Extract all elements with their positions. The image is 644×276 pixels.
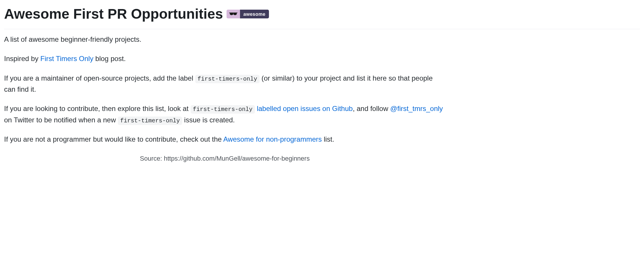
svg-point-1 bbox=[233, 13, 237, 15]
contribute-prefix: If you are looking to contribute, then e… bbox=[4, 105, 191, 112]
sunglasses-icon bbox=[227, 10, 240, 18]
awesome-non-programmers-link[interactable]: Awesome for non-programmers bbox=[223, 135, 322, 143]
badge-label: awesome bbox=[240, 10, 269, 18]
maintainers-prefix: If you are a maintainer of open-source p… bbox=[4, 74, 195, 82]
first-timers-only-link[interactable]: First Timers Only bbox=[40, 55, 93, 63]
awesome-badge[interactable]: awesome bbox=[227, 10, 269, 18]
source-line: Source: https://github.com/MunGell/aweso… bbox=[4, 153, 446, 164]
contribute-suffix: issue is created. bbox=[182, 116, 235, 124]
first-timers-only-code: first-timers-only bbox=[195, 75, 260, 83]
first-timers-only-code-2: first-timers-only bbox=[191, 105, 255, 114]
maintainers-paragraph: If you are a maintainer of open-source p… bbox=[4, 73, 446, 95]
labelled-open-issues-link[interactable]: labelled open issues on Github bbox=[255, 105, 353, 112]
inspired-paragraph: Inspired by First Timers Only blog post. bbox=[4, 53, 446, 64]
first-timers-only-code-3: first-timers-only bbox=[118, 117, 182, 125]
inspired-prefix: Inspired by bbox=[4, 55, 40, 63]
contribute-mid2: on Twitter to be notified when a new bbox=[4, 116, 118, 124]
contribute-paragraph: If you are looking to contribute, then e… bbox=[4, 103, 446, 126]
nonprog-suffix: list. bbox=[322, 135, 334, 143]
first-tmrs-only-twitter-link[interactable]: @first_tmrs_only bbox=[390, 105, 443, 112]
nonprog-prefix: If you are not a programmer but would li… bbox=[4, 135, 223, 143]
page-title: Awesome First PR Opportunities awesome bbox=[4, 3, 640, 29]
intro-paragraph: A list of awesome beginner-friendly proj… bbox=[4, 34, 446, 45]
inspired-suffix: blog post. bbox=[93, 55, 126, 63]
svg-point-0 bbox=[230, 13, 233, 15]
title-text: Awesome First PR Opportunities bbox=[4, 3, 223, 25]
nonprogrammers-paragraph: If you are not a programmer but would li… bbox=[4, 134, 446, 145]
contribute-mid1: , and follow bbox=[353, 105, 390, 112]
